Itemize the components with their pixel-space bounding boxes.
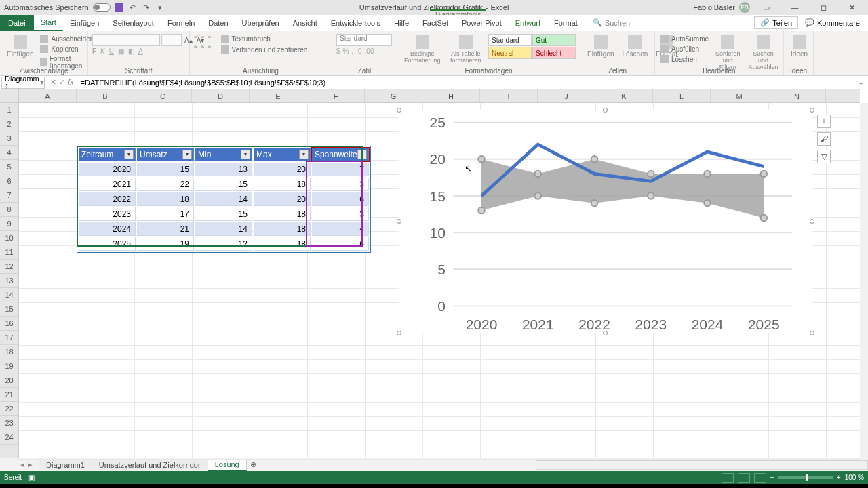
autosave-toggle[interactable] — [93, 3, 111, 12]
row-header[interactable]: 6 — [0, 174, 18, 188]
row-header[interactable]: 17 — [0, 331, 18, 345]
chart-handle[interactable] — [397, 108, 401, 113]
tab-hilfe[interactable]: Hilfe — [387, 15, 416, 31]
cell[interactable]: 3 — [312, 178, 369, 191]
column-header[interactable]: E — [250, 89, 307, 102]
cell[interactable]: 14 — [195, 222, 252, 236]
cell[interactable]: 13 — [195, 163, 252, 176]
chart-handle[interactable] — [810, 108, 814, 113]
autosum-button[interactable]: AutoSumme — [659, 34, 710, 43]
percent-icon[interactable]: % — [343, 47, 349, 55]
row-header[interactable]: 22 — [0, 402, 18, 416]
tab-powerpivot[interactable]: Power Pivot — [455, 15, 509, 31]
merge-center-button[interactable]: Verbinden und zentrieren — [220, 45, 309, 54]
cell[interactable]: 15 — [195, 178, 252, 191]
view-normal-icon[interactable] — [722, 473, 734, 483]
redo-icon[interactable]: ↷ — [142, 3, 151, 12]
cell[interactable]: 3 — [312, 207, 369, 221]
cell[interactable]: 12 — [195, 237, 252, 251]
corridor-area[interactable] — [481, 159, 764, 218]
zoom-slider[interactable] — [778, 476, 833, 479]
sheet-tab-loesung[interactable]: Lösung — [208, 459, 247, 471]
wrap-text-button[interactable]: Textumbruch — [220, 34, 309, 43]
row-header[interactable]: 14 — [0, 288, 18, 302]
tab-factset[interactable]: FactSet — [416, 15, 455, 31]
font-size-select[interactable] — [161, 34, 182, 46]
cell[interactable]: 22 — [137, 178, 194, 191]
chart-handle[interactable] — [603, 108, 608, 113]
worksheet[interactable]: ABCDEFGHIJKLMN 1234567891011121314151617… — [0, 89, 868, 458]
row-header[interactable]: 10 — [0, 231, 18, 245]
italic-button[interactable]: K — [100, 47, 105, 55]
user-avatar[interactable]: FB — [739, 2, 750, 13]
view-page-layout-icon[interactable] — [738, 473, 750, 483]
align-middle-icon[interactable]: ≡ — [201, 34, 205, 41]
chart-styles-button[interactable]: 🖌 — [817, 132, 831, 146]
minimize-button[interactable]: — — [783, 0, 807, 15]
format-as-table-button[interactable]: Als Tabelle formatieren — [446, 34, 486, 65]
ideas-button[interactable]: Ideen — [788, 34, 810, 59]
row-header[interactable]: 21 — [0, 388, 18, 402]
tab-format[interactable]: Format — [547, 15, 585, 31]
tab-start[interactable]: Start — [34, 15, 63, 31]
chart-object[interactable]: + 🖌 ▽ 0510152025202020212022202320242025… — [399, 110, 812, 333]
row-header[interactable]: 3 — [0, 131, 18, 146]
cell[interactable]: 6 — [312, 237, 369, 251]
cell[interactable]: 2024 — [79, 222, 136, 236]
zoom-level[interactable]: 100 % — [845, 474, 864, 481]
row-header[interactable]: 8 — [0, 203, 18, 217]
cell[interactable]: 19 — [137, 237, 194, 251]
column-header[interactable]: J — [538, 89, 595, 102]
chart-plot[interactable]: 0510152025202020212022202320242025 — [417, 117, 805, 337]
select-all-corner[interactable] — [0, 89, 19, 103]
chart-filters-button[interactable]: ▽ — [817, 150, 831, 163]
font-color-button[interactable]: A — [138, 47, 143, 55]
save-icon[interactable] — [115, 3, 124, 12]
th-spannweite[interactable]: Spannweite▾ — [312, 148, 369, 161]
cell[interactable]: 2020 — [79, 163, 136, 176]
row-header[interactable]: 23 — [0, 416, 18, 430]
chart-handle[interactable] — [397, 219, 401, 224]
column-headers[interactable]: ABCDEFGHIJKLMN — [19, 89, 860, 103]
column-header[interactable]: L — [653, 89, 711, 102]
chart-handle[interactable] — [810, 219, 814, 224]
th-max[interactable]: Max▾ — [254, 148, 311, 161]
tab-einfuegen[interactable]: Einfügen — [63, 15, 106, 31]
filter-icon[interactable]: ▾ — [299, 150, 309, 159]
chart-elements-button[interactable]: + — [817, 115, 831, 128]
cell[interactable]: 18 — [137, 192, 194, 206]
row-headers[interactable]: 123456789101112131415161718192021222324 — [0, 89, 19, 458]
table-row[interactable]: 20251912186 — [79, 237, 369, 251]
row-header[interactable]: 2 — [0, 117, 18, 131]
clear-button[interactable]: Löschen — [659, 54, 710, 64]
th-min[interactable]: Min▾ — [195, 148, 252, 161]
tab-file[interactable]: Datei — [0, 15, 34, 31]
cell[interactable]: 2025 — [79, 237, 136, 251]
cut-button[interactable]: Ausschneiden — [39, 34, 95, 43]
table-row[interactable]: 20212215183 — [79, 178, 369, 191]
filter-icon[interactable]: ▾ — [182, 150, 192, 159]
cell-style-schlecht[interactable]: Schlecht — [532, 47, 576, 59]
column-header[interactable]: B — [77, 89, 134, 102]
column-header[interactable]: N — [768, 89, 826, 102]
currency-icon[interactable]: $ — [336, 47, 340, 55]
comma-icon[interactable]: , — [351, 47, 353, 55]
zoom-in-button[interactable]: + — [837, 474, 841, 481]
cell[interactable]: 18 — [254, 222, 311, 236]
row-header[interactable]: 24 — [0, 430, 18, 445]
table-row[interactable]: 20242114184 — [79, 222, 369, 236]
comments-button[interactable]: 💬Kommentare — [800, 17, 865, 28]
sheet-tab-umsatzverlauf[interactable]: Umsatzverlauf und Zielkorridor — [92, 460, 208, 470]
underline-button[interactable]: U — [109, 47, 114, 55]
copy-button[interactable]: Kopieren — [39, 44, 95, 54]
delete-cells-button[interactable]: Löschen — [619, 34, 650, 59]
cancel-formula-icon[interactable]: ✕ — [50, 78, 56, 87]
column-header[interactable]: A — [19, 89, 77, 102]
tab-nav-next-icon[interactable]: ▸ — [28, 460, 39, 469]
row-header[interactable]: 9 — [0, 217, 18, 231]
cell[interactable]: 2023 — [79, 207, 136, 221]
cell[interactable]: 21 — [137, 222, 194, 236]
number-format-select[interactable]: Standard — [336, 34, 392, 46]
view-page-break-icon[interactable] — [754, 473, 766, 483]
chart-handle[interactable] — [397, 331, 401, 336]
